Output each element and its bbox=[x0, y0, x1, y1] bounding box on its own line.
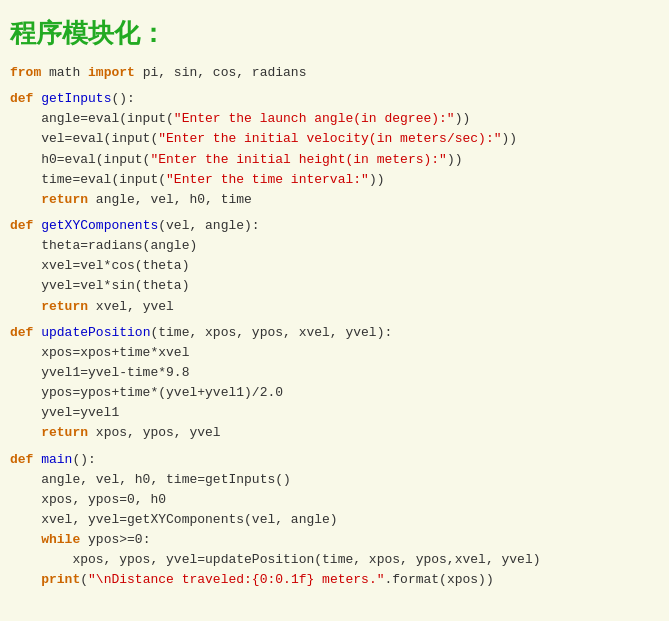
code-line-12: return xvel, yvel bbox=[10, 297, 659, 317]
code-line-23: while ypos>=0: bbox=[10, 530, 659, 550]
code-line-20: angle, vel, h0, time=getInputs() bbox=[10, 470, 659, 490]
code-line-24: xpos, ypos, yvel=updatePosition(time, xp… bbox=[10, 550, 659, 570]
code-line-13: def updatePosition(time, xpos, ypos, xve… bbox=[10, 323, 659, 343]
code-line-8: def getXYComponents(vel, angle): bbox=[10, 216, 659, 236]
code-line-21: xpos, ypos=0, h0 bbox=[10, 490, 659, 510]
page-container: 程序模块化： from math import pi, sin, cos, ra… bbox=[0, 0, 669, 621]
code-line-10: xvel=vel*cos(theta) bbox=[10, 256, 659, 276]
code-line-17: yvel=yvel1 bbox=[10, 403, 659, 423]
code-block: from math import pi, sin, cos, radians d… bbox=[0, 59, 669, 595]
code-line-19: def main(): bbox=[10, 450, 659, 470]
code-line-7: return angle, vel, h0, time bbox=[10, 190, 659, 210]
code-line-9: theta=radians(angle) bbox=[10, 236, 659, 256]
code-line-14: xpos=xpos+time*xvel bbox=[10, 343, 659, 363]
code-line-11: yvel=vel*sin(theta) bbox=[10, 276, 659, 296]
page-title: 程序模块化： bbox=[0, 10, 669, 59]
code-line-15: yvel1=yvel-time*9.8 bbox=[10, 363, 659, 383]
code-line-2: def getInputs(): bbox=[10, 89, 659, 109]
code-line-3: angle=eval(input("Enter the launch angle… bbox=[10, 109, 659, 129]
code-line-5: h0=eval(input("Enter the initial height(… bbox=[10, 150, 659, 170]
code-line-6: time=eval(input("Enter the time interval… bbox=[10, 170, 659, 190]
code-line-22: xvel, yvel=getXYComponents(vel, angle) bbox=[10, 510, 659, 530]
code-line-1: from math import pi, sin, cos, radians bbox=[10, 63, 659, 83]
code-line-25: print("\nDistance traveled:{0:0.1f} mete… bbox=[10, 570, 659, 590]
code-line-4: vel=eval(input("Enter the initial veloci… bbox=[10, 129, 659, 149]
code-line-16: ypos=ypos+time*(yvel+yvel1)/2.0 bbox=[10, 383, 659, 403]
code-line-18: return xpos, ypos, yvel bbox=[10, 423, 659, 443]
